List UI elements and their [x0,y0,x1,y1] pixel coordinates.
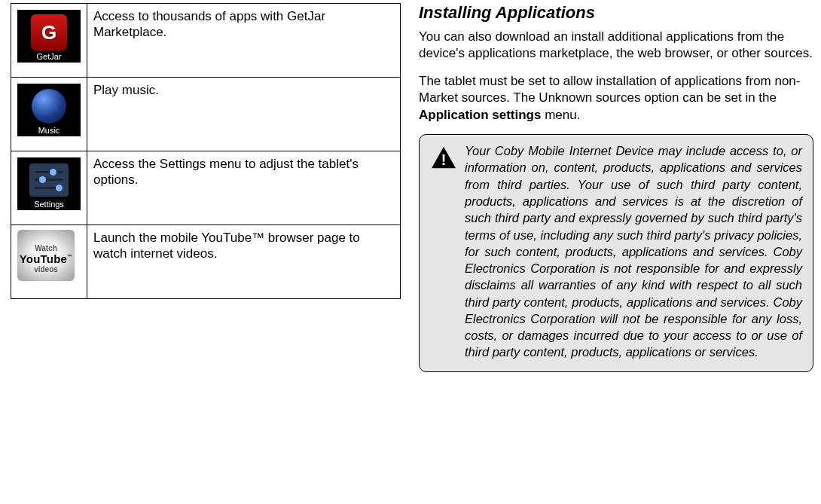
app-icon-label: GetJar [17,52,81,61]
third-party-notice: ! Your Coby Mobile Internet Device may i… [419,134,813,371]
youtube-icon: Watch YouTube™ videos [17,230,75,281]
app-icon-cell-settings: Settings [11,151,87,225]
table-row: Settings Access the Settings menu to adj… [11,151,401,225]
getjar-icon: G GetJar [17,10,81,63]
youtube-icon-line1: Watch [35,244,57,252]
p2-post: menu. [541,108,580,122]
notice-text: Your Coby Mobile Internet Device may inc… [465,142,802,360]
intro-paragraph-2: The tablet must be set to allow installa… [419,73,813,124]
section-heading: Installing Applications [419,3,813,23]
app-icon-cell-getjar: G GetJar [11,4,87,78]
p2-bold: Application settings [419,108,541,122]
table-row: Watch YouTube™ videos Launch the mobile … [11,225,401,299]
app-icon-cell-music: Music [11,78,87,151]
music-orb [32,89,66,124]
apps-table: G GetJar Access to thousands of apps wit… [11,3,401,299]
warning-icon: ! [430,145,457,170]
apps-table-wrapper: G GetJar Access to thousands of apps wit… [11,3,401,496]
p2-pre: The tablet must be set to allow installa… [419,74,801,105]
youtube-icon-line3: videos [34,265,58,273]
page-root: G GetJar Access to thousands of apps wit… [0,0,821,504]
youtube-icon-line2: YouTube™ [20,252,73,265]
app-desc-youtube: Launch the mobile YouTube™ browser page … [87,225,401,299]
settings-sliders [29,163,69,197]
app-desc-settings: Access the Settings menu to adjust the t… [87,151,401,225]
app-desc-getjar: Access to thousands of apps with GetJar … [87,4,401,78]
app-icon-cell-youtube: Watch YouTube™ videos [11,225,87,299]
music-icon: Music [17,84,81,136]
intro-paragraph-1: You can also download an install additio… [419,29,813,63]
app-icon-label: Music [17,126,81,135]
app-icon-label: Settings [17,200,81,209]
app-desc-music: Play music. [87,78,401,151]
table-row: Music Play music. [11,78,401,151]
settings-icon: Settings [17,157,81,210]
right-column: Installing Applications You can also dow… [419,3,813,496]
table-row: G GetJar Access to thousands of apps wit… [11,4,401,78]
getjar-badge: G [31,14,67,50]
svg-text:!: ! [441,151,447,168]
